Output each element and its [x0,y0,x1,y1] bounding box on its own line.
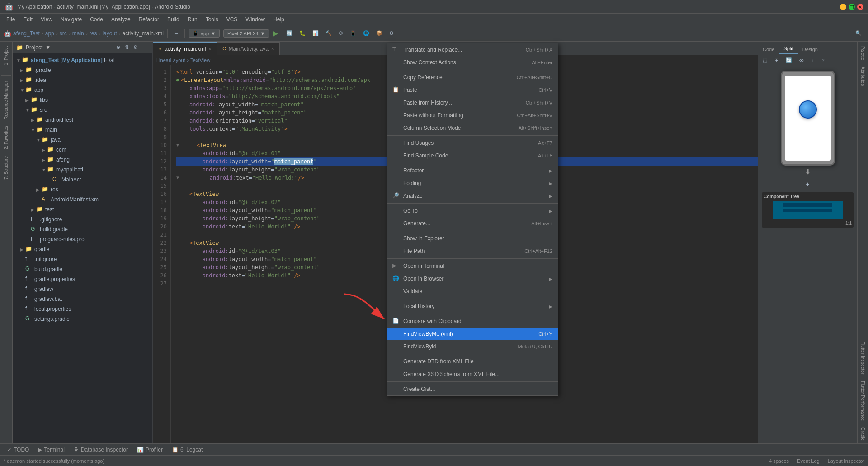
menu-navigate[interactable]: Navigate [57,15,85,24]
tree-item-myapplication[interactable]: ▼ 📁 myapplicati... [13,165,152,175]
ctx-gen-xsd[interactable]: Generate XSD Schema from XML File... [387,368,558,380]
tab-code[interactable]: Code [758,45,779,54]
debug-button[interactable]: 🐛 [297,29,308,38]
bottom-tab-logcat[interactable]: 📋 6: Logcat [168,446,206,454]
breadcrumb-app[interactable]: app [45,30,54,37]
tree-item-gitignore-app[interactable]: f .gitignore [13,214,152,224]
ctx-validate[interactable]: Validate [387,285,558,298]
tree-item-gradle-folder[interactable]: ▶ 📁 gradle [13,244,152,254]
menu-build[interactable]: Build [164,15,183,24]
profile-button[interactable]: 📊 [310,29,321,38]
ctx-local-history[interactable]: Local History ▶ [387,300,558,313]
ctx-compare-clipboard[interactable]: 📄 Compare with Clipboard [387,315,558,328]
avd-button[interactable]: 📱 [347,29,359,38]
tab-design[interactable]: Design [798,45,822,54]
tree-item-gradle[interactable]: ▶ 📁 .gradle [13,65,152,75]
settings-button[interactable]: ⚙ [336,29,346,38]
sidebar-scope-button[interactable]: ⊕ [115,44,122,50]
tree-item-gradlew-bat[interactable]: f gradlew.bat [13,294,152,304]
ctx-find-usages[interactable]: Find Usages Alt+F7 [387,137,558,149]
ctx-findviewbyme[interactable]: FindViewByMe (xml) Ctrl+Y [387,328,558,340]
sidebar-close-button[interactable]: — [141,44,149,50]
ctx-paste-history[interactable]: Paste from History... Ctrl+Shift+V [387,96,558,109]
tree-item-app[interactable]: ▼ 📁 app [13,85,152,95]
bottom-tab-profiler[interactable]: 📊 Profiler [133,446,166,454]
tree-item-gradle-properties[interactable]: f gradle.properties [13,274,152,284]
sdk-button[interactable]: 📦 [373,29,385,38]
tab-activity-main[interactable]: ✦ activity_main.xml × [153,42,217,55]
ctx-paste[interactable]: 📋 Paste Ctrl+V [387,84,558,96]
tree-item-res[interactable]: ▶ 📁 res [13,185,152,195]
sidebar-dropdown-icon[interactable]: ▼ [45,44,51,51]
ctx-paste-no-format[interactable]: Paste without Formatting Ctrl+Alt+Shift+… [387,109,558,122]
ctx-show-context-actions[interactable]: Show Context Actions Alt+Enter [387,56,558,69]
ctx-open-browser[interactable]: 🌐 Open in Browser ▶ [387,272,558,285]
event-log-label[interactable]: Event Log [797,458,820,464]
breadcrumb-src[interactable]: src [60,30,67,37]
palette-button[interactable]: ⬚ [760,56,770,65]
bottom-tab-todo[interactable]: ✓ TODO [4,446,33,454]
breadcrumb-main[interactable]: main [72,30,84,37]
ctx-column-select[interactable]: Column Selection Mode Alt+Shift+Insert [387,122,558,134]
tree-item-build-gradle-root[interactable]: G build.gradle [13,264,152,274]
menu-analyze[interactable]: Analyze [108,15,134,24]
tree-item-java[interactable]: ▼ 📁 java [13,135,152,145]
sidebar-item-flutter-performance[interactable]: Flutter Performance [859,378,866,423]
tree-item-gradlew[interactable]: f gradlew [13,284,152,294]
build-button[interactable]: 🔨 [323,29,335,38]
ctx-generate[interactable]: Generate... Alt+Insert [387,217,558,230]
ctx-copy-ref[interactable]: Copy Reference Ctrl+Alt+Shift+C [387,71,558,84]
menu-vcs[interactable]: VCS [223,15,241,24]
tree-item-proguard[interactable]: f proguard-rules.pro [13,234,152,244]
refresh-button[interactable]: 🔄 [783,56,795,65]
sidebar-item-palette[interactable]: Palette [859,43,866,63]
breadcrumb-linearlayout[interactable]: LinearLayout [156,57,185,63]
tab-close-button-2[interactable]: × [271,46,274,51]
sidebar-sort-button[interactable]: ⇅ [123,44,130,50]
tree-item-androidtest[interactable]: ▶ 📁 androidTest [13,115,152,125]
translate-button[interactable]: 🌐 [360,29,372,38]
sidebar-item-project[interactable]: 1: Project [3,43,9,68]
tree-item-libs[interactable]: ▶ 📁 libs [13,95,152,105]
menu-code[interactable]: Code [86,15,107,24]
tree-item-root[interactable]: ▼ 📁 afeng_Test [My Application] F:\af [13,55,152,65]
tree-item-mainactivity[interactable]: C MainAct... [13,175,152,185]
help-design-button[interactable]: ? [819,57,827,65]
tab-mainactivity[interactable]: C MainActivity.java × [217,42,280,55]
tree-item-idea[interactable]: ▶ 📁 .idea [13,75,152,85]
sidebar-item-flutter-inspector[interactable]: Flutter Inspector [859,339,866,377]
sync-button[interactable]: 🔄 [283,29,295,38]
run-button[interactable]: ▶ [271,29,280,38]
ctx-show-explorer[interactable]: Show in Explorer [387,232,558,245]
breadcrumb-textview[interactable]: TextView [190,57,210,63]
menu-file[interactable]: File [3,15,19,24]
ctx-create-gist[interactable]: Create Gist... [387,383,558,395]
ctx-open-terminal[interactable]: ▶ Open in Terminal [387,260,558,272]
breadcrumb-root[interactable]: afeng_Test [13,30,40,37]
tools-more-button[interactable]: ⚙ [387,29,396,38]
tree-item-build-gradle-app[interactable]: G build.gradle [13,224,152,234]
layout-inspector-label[interactable]: Layout Inspector [828,458,864,464]
ctx-find-sample[interactable]: Find Sample Code Alt+F8 [387,149,558,162]
ctx-gen-dtd[interactable]: Generate DTD from XML File [387,355,558,368]
minimize-button[interactable]: _ [840,4,846,10]
search-button[interactable]: 🔍 [853,29,864,38]
sidebar-item-gradle[interactable]: Gradle [859,424,866,443]
sidebar-item-resource-manager[interactable]: Resource Manager [3,78,9,122]
menu-help[interactable]: Help [269,15,288,24]
ctx-findviewbyld[interactable]: FindViewByld Meta+U, Ctrl+U [387,340,558,353]
zoom-in-btn[interactable]: + [803,180,812,189]
sidebar-item-structure[interactable]: 7: Structure [3,153,9,182]
eye-button[interactable]: 👁 [797,57,807,65]
bottom-tab-database[interactable]: 🗄 Database Inspector [70,446,132,454]
sidebar-item-attributes[interactable]: Attributes [859,64,866,88]
tree-item-main[interactable]: ▼ 📁 main [13,125,152,135]
sidebar-settings-button[interactable]: ⚙ [132,44,139,50]
menu-view[interactable]: View [37,15,56,24]
tab-split[interactable]: Split [779,44,797,54]
tree-item-gitignore-root[interactable]: f .gitignore [13,254,152,264]
device-selector[interactable]: 📱 app ▼ [189,29,220,38]
ctx-goto[interactable]: Go To ▶ [387,204,558,217]
sidebar-item-favorites[interactable]: 2: Favorites [3,123,9,152]
layout-button[interactable]: ⊞ [772,56,781,65]
